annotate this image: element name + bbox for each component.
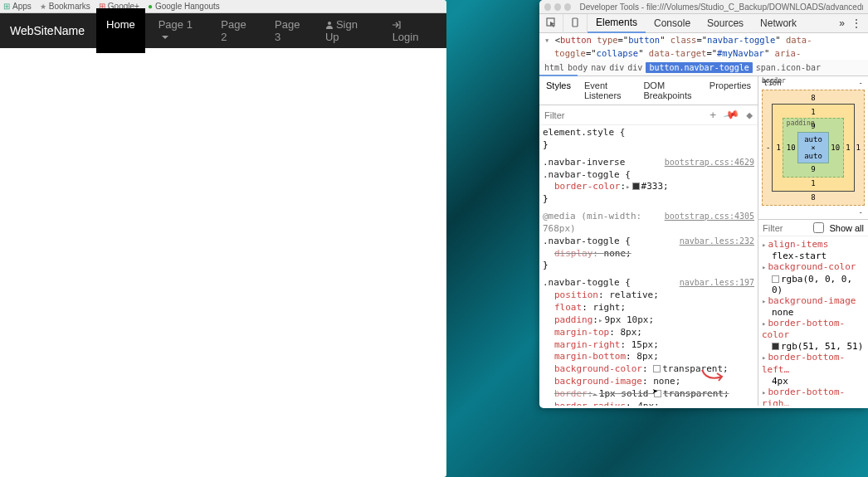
prop-val: none;	[604, 248, 631, 259]
bm-val: 1	[776, 179, 850, 187]
traffic-light-icon[interactable]	[554, 3, 561, 11]
computed-prop[interactable]: border-bottom-left…	[762, 352, 865, 376]
prop-val: 4px;	[637, 401, 660, 406]
nav-item-page1[interactable]: Page 1	[149, 8, 208, 53]
brace: }	[543, 193, 754, 206]
nav-item-home[interactable]: Home	[96, 8, 145, 53]
breadcrumb: html body nav div div button.navbar-togg…	[539, 60, 868, 76]
star-icon: ★	[40, 2, 46, 11]
prop-val: rgb(51, 51, 51)	[781, 341, 863, 352]
prop-name: margin-bottom	[554, 351, 626, 362]
color-swatch-icon[interactable]	[772, 343, 779, 350]
devtools-tabs: Elements Console Sources Network »⋮	[539, 14, 868, 33]
bm-val: 8	[766, 94, 861, 102]
css-rule[interactable]: .navbar-inverse bootstrap.css:4629 .navb…	[543, 157, 754, 206]
bookmark-label: Apps	[12, 2, 32, 11]
source-link[interactable]: navbar.less:232	[680, 236, 754, 248]
device-icon[interactable]	[563, 14, 588, 33]
crumb-div[interactable]: div	[609, 63, 624, 72]
prop-name: background-color	[768, 261, 856, 272]
box-model[interactable]: tion- argin 8 - border 1 1 padding	[758, 76, 868, 219]
apps-icon: ⊞	[3, 2, 10, 11]
bookmark-apps[interactable]: ⊞ Apps	[3, 2, 32, 11]
nav-item-page2[interactable]: Page 2	[211, 8, 261, 53]
css-rule[interactable]: element.style { }	[543, 127, 754, 152]
elements-tree-line[interactable]: toggle="collapse" data-target="#myNavbar…	[539, 46, 868, 60]
prop-val: relative;	[609, 290, 659, 300]
crumb-html[interactable]: html	[544, 63, 564, 72]
showall-label: Show all	[829, 223, 864, 233]
bookmark-bookmarks[interactable]: ★ Bookmarks	[40, 2, 90, 11]
elements-tree-line[interactable]: ▾ <button type="button" class="navbar-to…	[539, 33, 868, 46]
nav-label: Login	[393, 31, 419, 43]
prop-name: display	[554, 248, 592, 259]
source-link[interactable]: navbar.less:197	[680, 277, 754, 290]
page-content	[0, 48, 446, 477]
add-rule-icon[interactable]: +	[710, 109, 716, 121]
pin-icon[interactable]: 📌	[722, 106, 739, 124]
tab-console[interactable]: Console	[646, 14, 699, 32]
bm-content: auto × auto	[797, 132, 830, 163]
devtools-titlebar[interactable]: Developer Tools - file:///Volumes/Studio…	[539, 0, 868, 14]
subtab-eventlisteners[interactable]: Event Listeners	[578, 76, 636, 105]
nav-signup[interactable]: Sign Up	[315, 8, 381, 53]
subtab-properties[interactable]: Properties	[703, 76, 758, 105]
prop-name: border-bottom-left…	[762, 352, 845, 374]
prop-val: right;	[592, 302, 626, 313]
source-link[interactable]: bootstrap.css:4305	[665, 211, 754, 236]
nav-login[interactable]: Login	[383, 8, 436, 53]
styles-subtabs: Styles Event Listeners DOM Breakpoints P…	[539, 76, 758, 105]
prop-val: 9px 10px;	[604, 314, 654, 325]
devtools-title: Developer Tools - file:///Volumes/Studio…	[579, 2, 863, 12]
crumb-span[interactable]: span.icon-bar	[756, 63, 821, 72]
tab-sources[interactable]: Sources	[699, 14, 752, 32]
crumb-div[interactable]: div	[627, 63, 642, 72]
prop-val: flex-start	[762, 251, 865, 261]
computed-prop[interactable]: align-items	[762, 239, 865, 251]
navbar-brand[interactable]: WebSiteName	[10, 24, 85, 37]
selector: .navbar-toggle {	[543, 277, 631, 290]
prop-val: none	[762, 307, 865, 318]
tab-network[interactable]: Network	[752, 14, 805, 32]
bm-val: 1	[856, 144, 861, 152]
svg-point-0	[328, 22, 331, 25]
bm-label: border	[762, 77, 786, 85]
crumb-button[interactable]: button.navbar-toggle	[646, 62, 752, 73]
subtab-dombreakpoints[interactable]: DOM Breakpoints	[636, 76, 702, 105]
computed-prop[interactable]: background-color	[762, 261, 865, 273]
svg-rect-2	[573, 18, 578, 27]
prop-val: rgba(0, 0, 0, 0)	[772, 274, 852, 295]
css-rule[interactable]: @media (min-width: 768px) bootstrap.css:…	[543, 211, 754, 272]
tabs-more[interactable]: »⋮	[832, 14, 868, 32]
styles-filter-input[interactable]	[544, 110, 710, 120]
computed-filter-input[interactable]	[763, 223, 808, 233]
hov-icon[interactable]: ◆	[746, 109, 753, 121]
showall-checkbox[interactable]	[813, 222, 824, 233]
computed-prop[interactable]: border-bottom-color	[762, 318, 865, 342]
color-swatch-icon[interactable]	[653, 365, 661, 372]
inspect-icon[interactable]	[539, 14, 563, 33]
prop-name: border-bottom-righ…	[762, 387, 845, 406]
prop-name: margin-top	[554, 327, 609, 338]
bookmark-label: Bookmarks	[49, 2, 90, 11]
crumb-nav[interactable]: nav	[591, 63, 606, 72]
bm-val: 1	[776, 144, 780, 152]
bm-val: -	[766, 144, 770, 152]
source-link[interactable]: bootstrap.css:4629	[665, 157, 754, 169]
color-swatch-icon[interactable]	[772, 275, 779, 283]
nav-label: Page 1	[158, 18, 193, 31]
traffic-light-icon[interactable]	[564, 3, 571, 11]
selector: .navbar-inverse	[543, 157, 625, 169]
selector: .navbar-toggle {	[543, 169, 631, 180]
prop-name: border-color	[554, 181, 620, 192]
computed-prop[interactable]: border-bottom-righ…	[762, 387, 865, 406]
tab-elements[interactable]: Elements	[588, 13, 646, 33]
nav-item-page3[interactable]: Page 3	[265, 8, 315, 53]
subtab-styles[interactable]: Styles	[539, 75, 578, 105]
prop-name: margin-right	[554, 339, 620, 350]
selector: .navbar-toggle {	[543, 236, 631, 248]
crumb-body[interactable]: body	[568, 63, 588, 72]
traffic-light-icon[interactable]	[544, 3, 551, 11]
color-swatch-icon[interactable]	[632, 183, 640, 190]
computed-prop[interactable]: background-image	[762, 295, 865, 307]
